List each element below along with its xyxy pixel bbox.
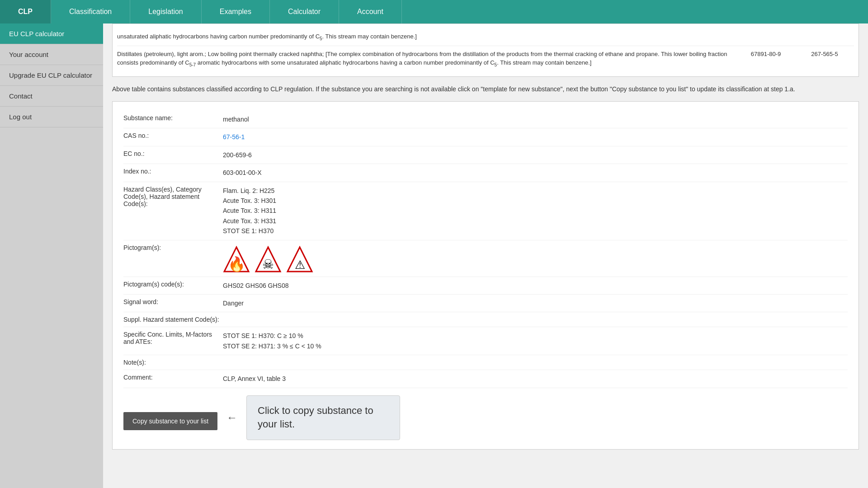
- pictogram-images: 🔥 ☠ ⚠: [223, 244, 313, 273]
- signal-row: Signal word: Danger: [123, 295, 848, 312]
- hazard-value-3: Acute Tox. 3: H311: [223, 206, 276, 216]
- hazard-value-2: Acute Tox. 3: H301: [223, 196, 276, 206]
- table-cell-description: Distillates (petroleum), light arom.; Lo…: [117, 50, 736, 68]
- pictogram-row: Pictogram(s): 🔥 ☠: [123, 240, 848, 277]
- specific-value-1: STOT SE 1: H370: C ≥ 10 %: [223, 331, 321, 341]
- nav-clp[interactable]: CLP: [0, 0, 51, 23]
- main-content: unsaturated aliphatic hydrocarbons havin…: [103, 23, 868, 488]
- hazard-row: Hazard Class(es), Category Code(s), Haza…: [123, 182, 848, 240]
- arrow-icon: ←: [226, 411, 237, 424]
- cas-label: CAS no.:: [123, 132, 223, 139]
- nav-examples[interactable]: Examples: [202, 0, 270, 23]
- substance-name-row: Substance name: methanol: [123, 111, 848, 128]
- ghs08-pictogram: ⚠: [286, 246, 313, 273]
- table-cell-description: unsaturated aliphatic hydrocarbons havin…: [117, 32, 736, 42]
- nav-calculator[interactable]: Calculator: [270, 0, 339, 23]
- ghs02-pictogram: 🔥: [223, 246, 250, 273]
- suppl-row: Suppl. Hazard statement Code(s):: [123, 312, 848, 327]
- specific-values: STOT SE 1: H370: C ≥ 10 % STOT SE 2: H37…: [223, 331, 321, 351]
- button-row: Copy substance to your list ← Click to c…: [123, 395, 848, 441]
- pictogram-codes-value: GHS02 GHS06 GHS08: [223, 281, 289, 291]
- suppl-label: Suppl. Hazard statement Code(s):: [123, 316, 223, 323]
- tooltip-box: Click to copy substance to your list.: [246, 395, 400, 441]
- comment-value: CLP, Annex VI, table 3: [223, 374, 286, 384]
- hazard-value-1: Flam. Liq. 2: H225: [223, 186, 276, 196]
- svg-text:🔥: 🔥: [228, 256, 245, 272]
- hazard-label: Hazard Class(es), Category Code(s), Haza…: [123, 186, 223, 207]
- signal-value: Danger: [223, 298, 244, 308]
- nav-account[interactable]: Account: [339, 0, 402, 23]
- substance-card: Substance name: methanol CAS no.: 67-56-…: [112, 101, 859, 450]
- cas-link[interactable]: 67-56-1: [223, 133, 245, 141]
- pictogram-codes-label: Pictogram(s) code(s):: [123, 281, 223, 288]
- index-row: Index no.: 603-001-00-X: [123, 164, 848, 182]
- table-row: Distillates (petroleum), light arom.; Lo…: [117, 46, 854, 72]
- cas-row: CAS no.: 67-56-1: [123, 128, 848, 146]
- notes-row: Note(s):: [123, 355, 848, 370]
- specific-value-2: STOT SE 2: H371: 3 % ≤ C < 10 %: [223, 341, 321, 351]
- specific-label: Specific Conc. Limits, M-factors and ATE…: [123, 331, 223, 345]
- comment-row: Comment: CLP, Annex VI, table 3: [123, 370, 848, 388]
- hazard-values: Flam. Liq. 2: H225 Acute Tox. 3: H301 Ac…: [223, 186, 276, 236]
- top-substances-table: unsaturated aliphatic hydrocarbons havin…: [112, 23, 859, 77]
- top-navigation: CLP Classification Legislation Examples …: [0, 0, 868, 23]
- hazard-value-5: STOT SE 1: H370: [223, 226, 276, 236]
- table-cell-cas: 67891-80-9: [736, 50, 795, 59]
- info-text: Above table contains substances classifi…: [112, 84, 859, 94]
- sidebar: EU CLP calculator Your account Upgrade E…: [0, 23, 103, 488]
- ec-row: EC no.: 200-659-6: [123, 146, 848, 164]
- nav-classification[interactable]: Classification: [51, 0, 130, 23]
- signal-label: Signal word:: [123, 298, 223, 305]
- index-label: Index no.:: [123, 168, 223, 175]
- sidebar-item-your-account[interactable]: Your account: [0, 44, 103, 65]
- comment-label: Comment:: [123, 374, 223, 381]
- notes-label: Note(s):: [123, 359, 223, 366]
- index-value: 603-001-00-X: [223, 168, 262, 178]
- sidebar-item-logout[interactable]: Log out: [0, 107, 103, 127]
- substance-name-label: Substance name:: [123, 114, 223, 122]
- nav-legislation[interactable]: Legislation: [130, 0, 202, 23]
- table-cell-ec: 267-565-5: [795, 50, 854, 59]
- ghs06-pictogram: ☠: [255, 246, 282, 273]
- specific-row: Specific Conc. Limits, M-factors and ATE…: [123, 327, 848, 355]
- sidebar-item-upgrade[interactable]: Upgrade EU CLP calculator: [0, 65, 103, 86]
- sidebar-item-contact[interactable]: Contact: [0, 86, 103, 107]
- table-row: unsaturated aliphatic hydrocarbons havin…: [117, 28, 854, 46]
- ec-value: 200-659-6: [223, 150, 252, 160]
- pictogram-label: Pictogram(s):: [123, 244, 223, 251]
- cas-value: 67-56-1: [223, 132, 245, 142]
- sidebar-item-eu-clp-calculator[interactable]: EU CLP calculator: [0, 23, 103, 44]
- substance-name-value: methanol: [223, 114, 249, 124]
- ec-label: EC no.:: [123, 150, 223, 157]
- hazard-value-4: Acute Tox. 3: H331: [223, 216, 276, 226]
- pictogram-codes-row: Pictogram(s) code(s): GHS02 GHS06 GHS08: [123, 277, 848, 295]
- svg-text:☠: ☠: [262, 257, 274, 272]
- svg-text:⚠: ⚠: [295, 258, 305, 272]
- copy-substance-button[interactable]: Copy substance to your list: [123, 412, 217, 430]
